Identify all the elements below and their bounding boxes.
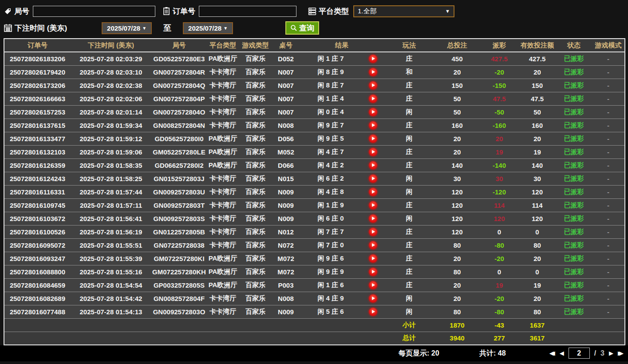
table-row: 250728026166663 2025-07-28 02:02:06 GN00… xyxy=(4,92,625,105)
game-no-input[interactable] xyxy=(33,6,155,17)
play-icon[interactable] xyxy=(369,95,377,103)
play-icon[interactable] xyxy=(369,268,377,276)
cell-order-id: 250728016082689 xyxy=(4,292,71,305)
cell-game-no: GN0092572803S xyxy=(151,212,207,225)
cell-total-bet: 20 xyxy=(434,292,480,305)
cell-status: 已派彩 xyxy=(556,158,592,172)
cell-status: 已派彩 xyxy=(556,265,592,278)
date-from-picker[interactable]: 2025/07/28 ▼ xyxy=(102,22,152,34)
bet-time-label: 下注时间 (美东) xyxy=(15,23,67,33)
cell-platform: PA欧洲厅 xyxy=(207,158,239,172)
cell-order-id: 250728016124243 xyxy=(4,172,71,185)
cell-payout: -50 xyxy=(480,105,519,119)
cell-mode: - xyxy=(592,198,625,212)
last-page-button[interactable]: ▶▶ xyxy=(618,350,624,356)
total-payout: 277 xyxy=(480,332,519,345)
cell-game-type: 百家乐 xyxy=(239,252,272,265)
cell-game-no: GN0122572805B xyxy=(151,225,207,238)
play-icon[interactable] xyxy=(369,81,377,90)
total-row: 总计 3940 277 3617 xyxy=(4,332,625,345)
cell-valid-bet: 427.5 xyxy=(519,52,556,65)
order-no-input[interactable] xyxy=(199,6,296,17)
play-icon[interactable] xyxy=(369,228,377,236)
cell-total-bet: 80 xyxy=(434,265,480,278)
date-to-value: 2025/07/28 xyxy=(188,24,221,32)
cell-table-no: M072 xyxy=(272,265,300,278)
cell-replay xyxy=(362,132,384,145)
cell-payout: 47.5 xyxy=(480,92,519,105)
cell-replay xyxy=(362,198,384,212)
cell-total-bet: 140 xyxy=(434,158,480,172)
cell-play: 庄 xyxy=(384,158,434,172)
cell-status: 已派彩 xyxy=(556,92,592,105)
cell-platform: PA欧洲厅 xyxy=(207,145,239,158)
search-icon xyxy=(290,24,297,32)
next-page-button[interactable]: ▶ xyxy=(609,350,613,356)
play-icon[interactable] xyxy=(369,135,377,143)
page-input[interactable] xyxy=(569,348,590,359)
cell-bet-time: 2025-07-28 01:59:12 xyxy=(71,132,151,145)
cell-game-type: 百家乐 xyxy=(239,158,272,172)
play-icon[interactable] xyxy=(369,281,377,289)
play-icon[interactable] xyxy=(369,308,377,316)
cell-bet-time: 2025-07-28 01:54:54 xyxy=(71,278,151,292)
play-icon[interactable] xyxy=(369,294,377,303)
table-row: 250728016132103 2025-07-28 01:59:06 GM05… xyxy=(4,145,625,158)
cell-result: 闲 7 庄 7 xyxy=(300,225,362,238)
pagination-bar: 每页显示: 20 共计: 48 ◀◀ ◀ / 3 ▶ ▶▶ xyxy=(0,345,628,361)
cell-valid-bet: 30 xyxy=(519,172,556,185)
cell-replay xyxy=(362,172,384,185)
cell-bet-time: 2025-07-28 01:57:44 xyxy=(71,185,151,198)
col-table-no: 桌号 xyxy=(272,39,300,52)
play-icon[interactable] xyxy=(369,68,377,76)
cell-play: 闲 xyxy=(384,292,434,305)
date-to-picker[interactable]: 2025/07/28 ▼ xyxy=(183,22,233,34)
play-icon[interactable] xyxy=(369,201,377,210)
cell-replay xyxy=(362,52,384,65)
cell-game-type: 百家乐 xyxy=(239,79,272,92)
cell-game-type: 百家乐 xyxy=(239,185,272,198)
cell-result: 闲 1 庄 6 xyxy=(300,278,362,292)
cell-game-no: GN0072572804O xyxy=(151,105,207,119)
cell-platform: PA欧洲厅 xyxy=(207,252,239,265)
cell-payout: 0 xyxy=(480,265,519,278)
table-row: 250728016082689 2025-07-28 01:54:42 GN00… xyxy=(4,292,625,305)
calendar-icon xyxy=(4,24,12,32)
play-icon[interactable] xyxy=(369,121,377,130)
cell-valid-bet: 19 xyxy=(519,145,556,158)
play-icon[interactable] xyxy=(369,188,377,196)
cell-order-id: 250728016132103 xyxy=(4,145,71,158)
cell-order-id: 250728016137615 xyxy=(4,119,71,132)
cell-replay xyxy=(362,158,384,172)
play-icon[interactable] xyxy=(369,161,377,170)
cell-game-no: GN0092572803O xyxy=(151,305,207,318)
cell-mode: - xyxy=(592,132,625,145)
play-icon[interactable] xyxy=(369,241,377,249)
play-icon[interactable] xyxy=(369,148,377,156)
cell-payout: 427.5 xyxy=(480,52,519,65)
cell-payout: -20 xyxy=(480,252,519,265)
cell-replay xyxy=(362,238,384,252)
first-page-button[interactable]: ◀◀ xyxy=(549,350,555,356)
cell-valid-bet: 140 xyxy=(519,158,556,172)
cell-replay xyxy=(362,185,384,198)
play-icon[interactable] xyxy=(369,108,377,116)
cell-result: 闲 1 庄 7 xyxy=(300,52,362,65)
cell-play: 庄 xyxy=(384,79,434,92)
play-icon[interactable] xyxy=(369,214,377,223)
play-icon[interactable] xyxy=(369,174,377,183)
cell-platform: 卡卡湾厅 xyxy=(207,79,239,92)
platform-select[interactable]: 1.全部 ▼ xyxy=(353,5,454,17)
prev-page-button[interactable]: ◀ xyxy=(560,350,564,356)
cell-payout: 19 xyxy=(480,145,519,158)
play-icon[interactable] xyxy=(369,254,377,263)
platform-label: 平台类型 xyxy=(319,6,349,16)
cell-result: 闲 9 庄 5 xyxy=(300,132,362,145)
play-icon[interactable] xyxy=(369,55,377,63)
cell-status: 已派彩 xyxy=(556,132,592,145)
col-total-bet: 总投注 xyxy=(434,39,480,52)
cell-valid-bet: 160 xyxy=(519,119,556,132)
query-button[interactable]: 查询 xyxy=(285,21,319,35)
cell-payout: 20 xyxy=(480,132,519,145)
cell-valid-bet: 47.5 xyxy=(519,92,556,105)
